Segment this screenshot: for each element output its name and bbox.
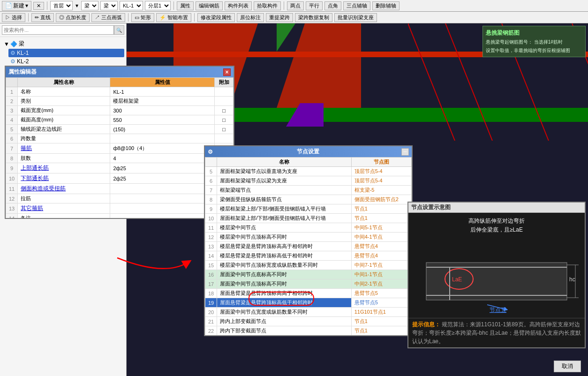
smart-btn[interactable]: ⚡ 智能布置 (156, 13, 191, 22)
node-row-10[interactable]: 10 屋面框架梁上部/下部/侧面受扭钢筋锚入平行墙 节点1 (205, 214, 412, 223)
prop-link-7[interactable]: 箍筋 (21, 145, 32, 151)
node-value-19[interactable]: 悬臂节点5 (351, 298, 411, 308)
tree-item-kl2[interactable]: ⚙ KL-2 (8, 57, 124, 66)
prop-value-1[interactable]: KL-1 (110, 87, 215, 97)
prop-row-2[interactable]: 2 类别 楼层框架梁 (6, 97, 234, 106)
search-input[interactable] (2, 25, 114, 35)
prop-value-5[interactable]: (150) (110, 125, 215, 134)
node-row-9[interactable]: 9 楼层框架梁上部/下部/侧面受扭钢筋锚入平行墙 节点1 (205, 204, 412, 214)
node-row-8[interactable]: 8 梁侧面受扭纵纵筋箍筋节点 侧面受扭钢筋节点2 (205, 195, 412, 204)
code-select[interactable]: KL-1 (120, 1, 143, 10)
prop-row-4[interactable]: 4 截面高度(mm) 550 □ (6, 115, 234, 125)
prop-value-8[interactable]: 4 (110, 154, 215, 163)
prop-row-12[interactable]: 12 拉筋 (6, 194, 234, 203)
prop-value-10[interactable]: 2ф25 (110, 173, 215, 184)
new-doc-btn[interactable]: 📄 新建 ▾ (2, 1, 31, 11)
node-row-5[interactable]: 5 屋面框架梁端节点以垂直墙为支座 顶层节点5-4 (205, 167, 412, 176)
node-value-12[interactable]: 中间4-1节点 (351, 233, 411, 242)
tree-root[interactable]: ▼ 🔷 梁 (2, 39, 124, 49)
prop-value-4[interactable]: 550 (110, 115, 215, 125)
prop-link-10[interactable]: 下部通长筋 (21, 175, 49, 181)
batch-identify-btn[interactable]: 批量识别梁支座 (334, 13, 377, 22)
prop-value-13[interactable] (110, 203, 215, 214)
prop-link-9[interactable]: 上部通长筋 (21, 165, 49, 171)
prop-value-9[interactable]: 2ф25 (110, 163, 215, 173)
parallel-btn[interactable]: 平行 (306, 1, 323, 10)
node-table-scroll[interactable]: 名称 节点图 5 屋面框架梁端节点以垂直墙为支座 顶层节点5-4 6 屋面框架梁… (205, 157, 412, 335)
prop-link-13[interactable]: 其它箍筋 (21, 205, 43, 211)
re-extract-btn[interactable]: 重提梁跨 (266, 13, 293, 22)
node-value-17[interactable]: 中间2-1节点 (351, 279, 411, 289)
node-row-12[interactable]: 12 楼层梁中间节点顶标高不同时 中间4-1节点 (205, 233, 412, 242)
node-value-22[interactable]: 节点1 (351, 326, 411, 336)
node-value-6[interactable]: 顶层节点5-4 (351, 176, 411, 186)
cancel-button[interactable]: 取消 (554, 361, 581, 372)
node-value-18[interactable]: 悬臂节点5 (351, 289, 411, 298)
search-button[interactable]: 🔍 (114, 25, 124, 35)
prop-row-5[interactable]: 5 轴线距梁左边线距 (150) □ (6, 125, 234, 134)
property-btn[interactable]: 属性 (177, 1, 194, 10)
prop-row-6[interactable]: 6 跨数量 (6, 134, 234, 143)
prop-row-9[interactable]: 9 上部通长筋 2ф25 (6, 163, 234, 173)
modify-seg-btn[interactable]: 修改梁段属性 (197, 13, 235, 22)
node-row-17[interactable]: 17 屋面梁中间节点顶标高不同时 中间2-1节点 (205, 279, 412, 289)
copy-data-btn[interactable]: 梁跨数据复制 (295, 13, 332, 22)
node-row-22[interactable]: 22 跨内下部变截面节点 节点1 (205, 326, 412, 336)
prop-value-12[interactable] (110, 194, 215, 203)
node-row-16[interactable]: 16 屋面梁中间节点底标高不同时 中间1-1节点 (205, 270, 412, 279)
prop-value-14[interactable] (110, 214, 215, 218)
prop-row-1[interactable]: 1 名称 KL-1 (6, 87, 234, 97)
prop-row-14[interactable]: 14 备注 (6, 214, 234, 218)
prop-value-11[interactable] (110, 184, 215, 194)
node-value-14[interactable]: 悬臂节点4 (351, 251, 411, 261)
pick-btn[interactable]: 拾取构件 (254, 1, 281, 10)
edit-rebar-btn[interactable]: 编辑钢筋 (196, 1, 223, 10)
close-btn[interactable]: ✕ (33, 2, 44, 10)
prop-row-11[interactable]: 11 侧面构造或受扭筋 (6, 184, 234, 194)
prop-value-7[interactable]: ф8@100（4） (110, 143, 215, 154)
subtype-select[interactable]: 梁 (100, 1, 118, 10)
arc-btn[interactable]: ↗ 三点画弧 (91, 13, 125, 22)
node-row-6[interactable]: 6 屋面框架梁端节点以梁为支座 顶层节点5-4 (205, 176, 412, 186)
two-point-btn[interactable]: 两点 (287, 1, 304, 10)
prop-value-3[interactable]: 300 (110, 106, 215, 115)
node-value-20[interactable]: 11G101节点1 (351, 308, 411, 317)
three-axis-btn[interactable]: 三点辅轴 (343, 1, 370, 10)
component-list-btn[interactable]: 构件列表 (225, 1, 252, 10)
node-value-10[interactable]: 节点1 (351, 214, 411, 223)
node-row-7[interactable]: 7 框架梁端节点 框支梁-5 (205, 186, 412, 195)
node-row-14[interactable]: 14 楼层悬臂梁是悬臂跨顶标高低于相邻跨时 悬臂节点4 (205, 251, 412, 261)
node-value-15[interactable]: 中间7-1节点 (351, 261, 411, 270)
prop-check-5[interactable]: □ (215, 125, 234, 134)
point-len-btn[interactable]: ◎ 点加长度 (56, 13, 90, 22)
node-row-20[interactable]: 20 屋面梁中间节点宽度或纵筋数量不同时 11G101节点1 (205, 308, 412, 317)
node-value-21[interactable]: 节点1 (351, 317, 411, 326)
node-row-15[interactable]: 15 楼层梁中间节点顶标宽度或纵筋数量不同时 中间7-1节点 (205, 261, 412, 270)
type-select[interactable]: 梁 (81, 1, 98, 10)
prop-check-4[interactable]: □ (215, 115, 234, 125)
node-value-16[interactable]: 中间1-1节点 (351, 270, 411, 279)
property-table-scroll[interactable]: 属性名称 属性值 附加 1 名称 KL-1 2 类别 楼层框架梁 (6, 77, 234, 218)
prop-row-10[interactable]: 10 下部通长筋 2ф25 (6, 173, 234, 184)
node-value-11[interactable]: 中间5-1节点 (351, 223, 411, 233)
node-value-8[interactable]: 侧面受扭钢筋节点2 (351, 195, 411, 204)
node-row-18[interactable]: 18 屋面悬臂梁是悬臂跨顶标高高于相邻跨时 悬臂节点5 (205, 289, 412, 298)
node-value-9[interactable]: 节点1 (351, 204, 411, 214)
node-panel-minimize[interactable]: ─ (401, 148, 409, 156)
angle-btn[interactable]: 点角 (324, 1, 341, 10)
prop-value-6[interactable] (110, 134, 215, 143)
node-value-7[interactable]: 框支梁-5 (351, 186, 411, 195)
line-btn[interactable]: ✏ 直线 (31, 13, 54, 22)
node-row-21[interactable]: 21 跨内上部变截面节点 节点1 (205, 317, 412, 326)
prop-row-8[interactable]: 8 肢数 4 (6, 154, 234, 163)
rect-btn[interactable]: ▭ 矩形 (131, 13, 154, 22)
node-row-11[interactable]: 11 楼层梁中间节点 中间5-1节点 (205, 223, 412, 233)
prop-value-2[interactable]: 楼层框架梁 (110, 97, 215, 106)
node-row-19[interactable]: 19 屋面悬臂梁是悬臂跨顶标高低于相邻跨时 悬臂节点5 (205, 298, 412, 308)
sublevel-select[interactable]: 分层1 (145, 1, 171, 10)
tree-item-kl1[interactable]: ⚙ KL-1 (8, 49, 124, 57)
prop-row-13[interactable]: 13 其它箍筋 (6, 203, 234, 214)
property-editor-close[interactable]: × (223, 68, 231, 76)
prop-check-3[interactable]: □ (215, 106, 234, 115)
prop-row-3[interactable]: 3 截面宽度(mm) 300 □ (6, 106, 234, 115)
